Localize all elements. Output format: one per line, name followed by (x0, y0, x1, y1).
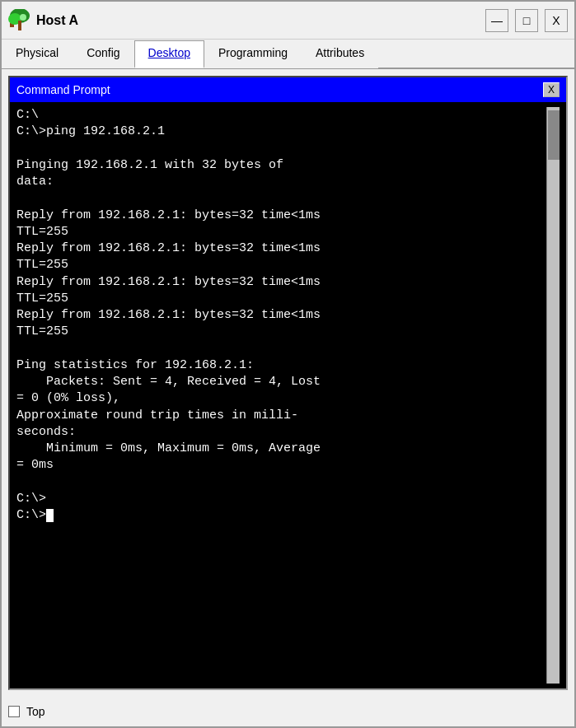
cmd-title-label: Command Prompt (16, 83, 110, 96)
maximize-button[interactable]: □ (515, 9, 538, 32)
scrollbar-thumb[interactable] (548, 110, 560, 160)
tab-attributes[interactable]: Attributes (302, 40, 378, 68)
tab-physical[interactable]: Physical (2, 40, 73, 68)
nav-tabs: Physical Config Desktop Programming Attr… (2, 40, 574, 69)
top-checkbox[interactable] (8, 706, 20, 717)
tab-programming[interactable]: Programming (204, 40, 302, 68)
svg-rect-4 (18, 21, 21, 30)
svg-point-3 (20, 14, 26, 21)
minimize-button[interactable]: — (485, 9, 508, 32)
title-controls: — □ X (485, 9, 568, 32)
cmd-body[interactable]: C:\ C:\>ping 192.168.2.1 Pinging 192.168… (10, 102, 566, 688)
top-label: Top (26, 705, 45, 718)
cmd-output: C:\ C:\>ping 192.168.2.1 Pinging 192.168… (16, 107, 546, 684)
window-close-button[interactable]: X (545, 9, 568, 32)
main-window: Host A — □ X Physical Config Desktop Pro… (0, 0, 576, 728)
title-bar: Host A — □ X (2, 2, 574, 40)
window-icon (8, 9, 31, 32)
tab-desktop[interactable]: Desktop (134, 40, 204, 68)
cmd-close-button[interactable]: X (543, 82, 560, 97)
scrollbar[interactable] (546, 107, 560, 684)
bottom-bar: Top (2, 697, 574, 726)
tab-config[interactable]: Config (73, 40, 133, 68)
main-content: Command Prompt X C:\ C:\>ping 192.168.2.… (2, 69, 574, 697)
window-title: Host A (36, 13, 485, 28)
command-prompt-window: Command Prompt X C:\ C:\>ping 192.168.2.… (8, 76, 568, 690)
cmd-title-bar: Command Prompt X (10, 77, 566, 102)
cursor (46, 509, 54, 522)
